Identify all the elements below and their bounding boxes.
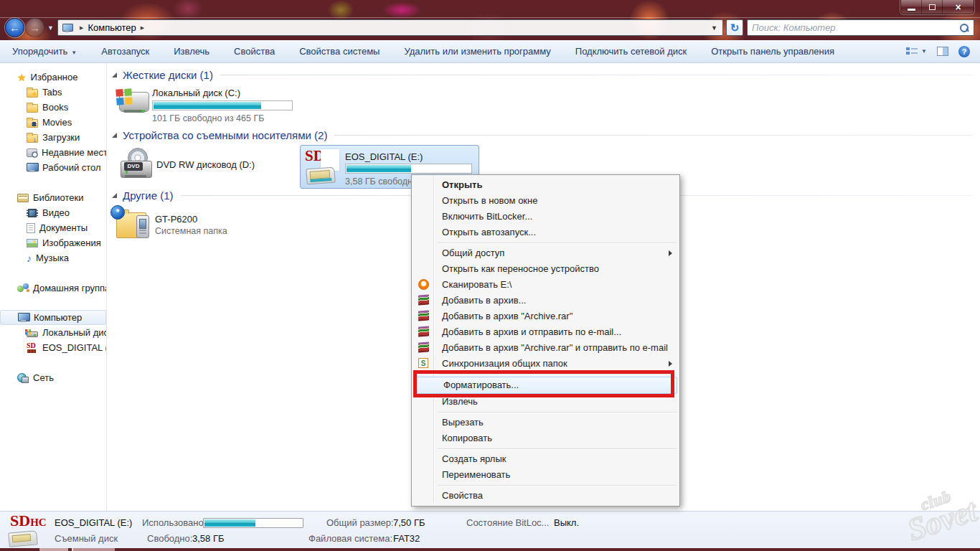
open-control-panel-button[interactable]: Открыть панель управления — [699, 46, 847, 57]
menu-separator — [438, 448, 677, 449]
group-header-removable[interactable]: Устройства со съемными носителями (2) — [112, 129, 973, 141]
search-box[interactable] — [747, 19, 974, 36]
status-drive-type: Съемный диск — [55, 533, 118, 544]
restore-button[interactable] — [922, 0, 943, 14]
sidebar-item-videos[interactable]: Видео — [0, 205, 106, 220]
submenu-arrow-icon — [669, 361, 672, 367]
address-dropdown-icon[interactable]: ▼ — [711, 24, 720, 32]
close-button[interactable]: × — [943, 0, 974, 14]
sdhc-card-icon: SDHC — [9, 514, 49, 549]
menu-item-cut[interactable]: Вырезать — [413, 415, 678, 430]
menu-item-open-portable-device[interactable]: Открыть как переносное устройство — [413, 261, 678, 277]
capacity-bar-fill — [154, 102, 261, 109]
navigation-pane: ★Избранное ★Tabs Books Movies ↓Загрузки … — [0, 63, 107, 511]
refresh-icon: ↻ — [730, 22, 740, 34]
sidebar-item-music[interactable]: ♪Музыка — [0, 250, 106, 265]
menu-item-properties[interactable]: Свойства — [413, 488, 678, 504]
menu-item-enable-bitlocker[interactable]: Включить BitLocker... — [413, 209, 678, 225]
menu-separator — [438, 242, 677, 243]
sidebar-item-libraries[interactable]: Библиотеки — [0, 190, 106, 205]
sidebar-item-favorites[interactable]: ★Избранное — [0, 70, 106, 85]
menu-item-sync-shared-folders[interactable]: SСинхронизация общих папок — [413, 356, 678, 372]
menu-item-copy[interactable]: Копировать — [413, 430, 678, 446]
history-dropdown[interactable]: ▼ — [47, 24, 54, 32]
capacity-bar — [152, 100, 293, 110]
menu-item-open-new-window[interactable]: Открыть в новом окне — [413, 193, 678, 209]
winrar-icon — [418, 294, 429, 305]
sidebar-item-local-disk-c[interactable]: Локальный диск (C:) — [0, 325, 106, 340]
search-input[interactable] — [752, 22, 959, 33]
menu-item-add-to-archive[interactable]: Добавить в архив... — [413, 293, 678, 309]
system-properties-button[interactable]: Свойства системы — [287, 46, 392, 57]
address-bar[interactable]: ▶ Компьютер ▶ ▼ — [57, 19, 723, 36]
menu-item-add-archive-email[interactable]: Добавить в архив и отправить по e-mail..… — [413, 324, 678, 340]
menu-item-open[interactable]: Открыть — [413, 177, 678, 193]
menu-item-add-archive-named-email[interactable]: Добавить в архив "Archive.rar" и отправи… — [413, 340, 678, 356]
recent-places-icon — [27, 149, 37, 157]
menu-item-create-shortcut[interactable]: Создать ярлык — [413, 451, 678, 467]
group-header-hard-disks[interactable]: Жесткие диски (1) — [112, 69, 973, 81]
window-controls: × — [900, 0, 974, 14]
capacity-bar-fill — [204, 519, 255, 527]
sidebar-item-documents[interactable]: Документы — [0, 220, 106, 235]
bluetooth-icon: * — [110, 205, 125, 220]
hard-drive-icon — [27, 331, 38, 337]
explorer-window: × ← → ▼ ▶ Компьютер ▶ ▼ ↻ Упорядочить▼ А… — [0, 0, 980, 551]
homegroup-icon — [17, 283, 29, 293]
status-capacity-bar — [203, 518, 303, 528]
status-free-label: Свободно: — [147, 533, 192, 544]
help-button[interactable]: ? — [958, 46, 970, 57]
sd-card-icon — [27, 342, 38, 354]
menu-item-open-autoplay[interactable]: Открыть автозапуск... — [413, 225, 678, 240]
autoplay-button[interactable]: Автозапуск — [89, 46, 161, 57]
menu-item-rename[interactable]: Переименовать — [413, 467, 678, 483]
sidebar-item-pictures[interactable]: Изображения — [0, 235, 106, 250]
context-menu: Открыть Открыть в новом окне Включить Bi… — [411, 174, 680, 507]
preview-pane-button[interactable] — [937, 47, 948, 56]
chevron-down-icon: ▼ — [71, 50, 77, 56]
status-bitlocker-value: Выкл. — [554, 517, 579, 528]
status-fs-value: FAT32 — [393, 533, 420, 544]
minimize-button[interactable] — [901, 0, 922, 14]
computer-icon — [62, 24, 72, 32]
sidebar-item-tabs[interactable]: ★Tabs — [0, 85, 106, 100]
winrar-icon — [418, 310, 429, 321]
sidebar-item-network[interactable]: Сеть — [0, 370, 106, 385]
breadcrumb-arrow-icon[interactable]: ▶ — [141, 25, 144, 31]
status-free-value: 3,58 ГБ — [192, 533, 224, 544]
refresh-button[interactable]: ↻ — [726, 19, 743, 36]
status-drive-name: EOS_DIGITAL (E:) — [55, 517, 132, 528]
sidebar-item-computer[interactable]: Компьютер — [0, 310, 106, 325]
menu-item-scan[interactable]: Сканировать E:\ — [413, 277, 678, 293]
search-icon[interactable] — [959, 23, 969, 33]
map-network-drive-button[interactable]: Подключить сетевой диск — [563, 46, 699, 57]
capacity-bar — [345, 164, 472, 174]
picture-icon — [27, 239, 38, 248]
submenu-arrow-icon — [669, 250, 672, 256]
menu-item-add-to-archive-named[interactable]: Добавить в архив "Archive.rar" — [413, 309, 678, 324]
eject-button[interactable]: Извлечь — [161, 46, 222, 57]
menu-separator — [438, 485, 677, 486]
uninstall-program-button[interactable]: Удалить или изменить программу — [392, 46, 562, 57]
folder-download-icon: ↓ — [27, 134, 38, 143]
sidebar-item-movies[interactable]: Movies — [0, 115, 106, 130]
breadcrumb-computer[interactable]: Компьютер — [88, 22, 136, 33]
sidebar-item-books[interactable]: Books — [0, 100, 106, 115]
views-button[interactable]: ▼ — [906, 47, 927, 56]
sidebar-item-downloads[interactable]: ↓Загрузки — [0, 130, 106, 145]
sidebar-item-desktop[interactable]: Рабочий стол — [0, 160, 106, 175]
breadcrumb-arrow-icon[interactable]: ▶ — [80, 25, 83, 31]
details-pane: SDHC EOS_DIGITAL (E:) Съемный диск Испол… — [0, 511, 980, 548]
sidebar-item-eos-digital[interactable]: EOS_DIGITAL (E:) — [0, 340, 106, 355]
winrar-icon — [418, 342, 429, 352]
sidebar-item-recent-places[interactable]: Недавние места — [0, 145, 106, 160]
sidebar-item-homegroup[interactable]: Домашняя группа — [0, 281, 106, 296]
forward-button[interactable]: → — [25, 18, 44, 37]
title-bar: × ← → ▼ ▶ Компьютер ▶ ▼ ↻ — [0, 0, 980, 40]
organize-button[interactable]: Упорядочить▼ — [0, 46, 89, 57]
collapse-triangle-icon — [112, 133, 117, 138]
menu-item-share[interactable]: Общий доступ — [413, 245, 678, 261]
dvd-drive-icon: DVD — [119, 148, 154, 179]
back-button[interactable]: ← — [5, 18, 24, 37]
properties-button[interactable]: Свойства — [222, 46, 287, 57]
